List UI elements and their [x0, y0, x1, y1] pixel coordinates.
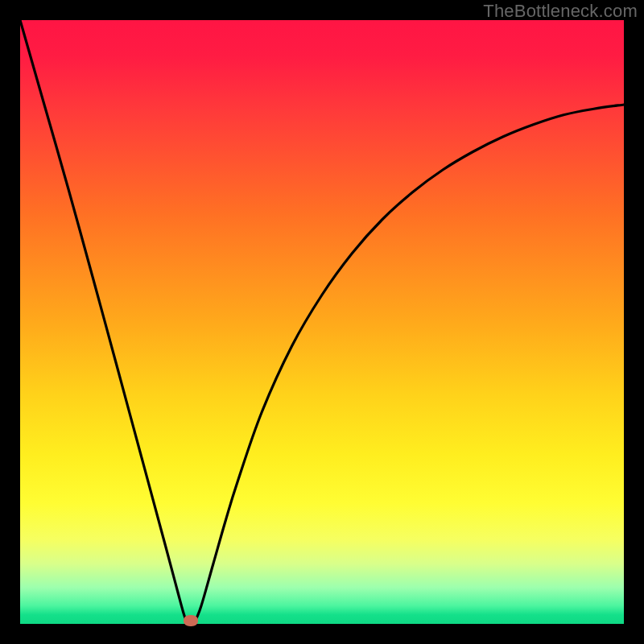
curve-right-branch	[196, 105, 625, 621]
plot-area	[20, 20, 624, 624]
curve-left-branch	[20, 20, 186, 621]
bottleneck-curve	[20, 20, 624, 624]
chart-frame: TheBottleneck.com	[0, 0, 644, 644]
minimum-marker	[184, 615, 198, 626]
watermark-text: TheBottleneck.com	[483, 1, 638, 22]
